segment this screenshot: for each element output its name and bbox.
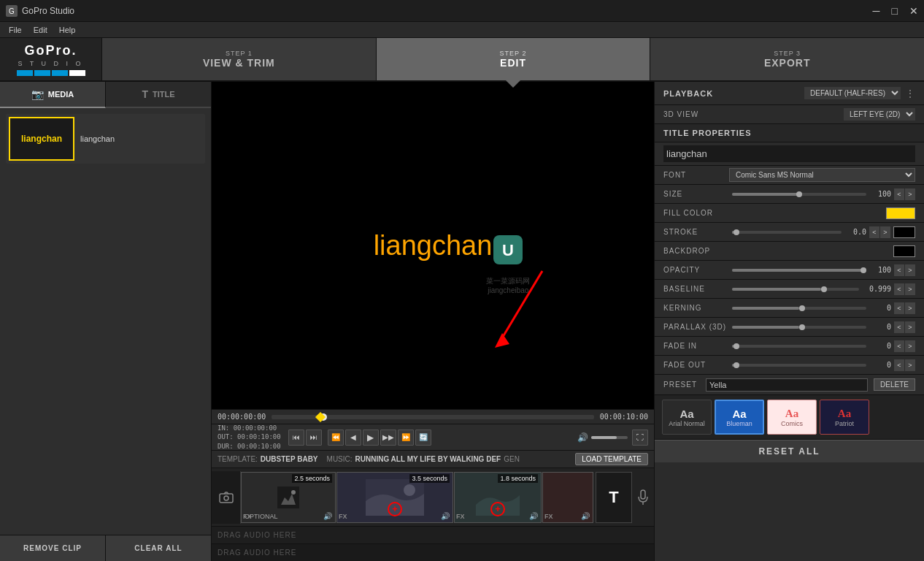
fade-out-slider[interactable] [732, 364, 866, 367]
preset-thumb-comics[interactable]: Aa Comics [767, 400, 817, 435]
opacity-slider[interactable] [732, 269, 866, 272]
step-1[interactable]: STEP 1 VIEW & TRIM [102, 38, 377, 80]
kerning-increase[interactable]: > [905, 302, 915, 314]
font-row: FONT Comic Sans MS Normal [655, 166, 924, 185]
app-title: GoPro Studio [22, 6, 873, 16]
skip-start-button[interactable]: ⏮ [288, 430, 304, 446]
stroke-slider[interactable] [732, 231, 842, 234]
step-3[interactable]: STEP 3 EXPORT [650, 38, 924, 80]
title-bar: G GoPro Studio ─ □ ✕ [0, 0, 924, 22]
menu-file[interactable]: File [3, 24, 28, 36]
menu-edit[interactable]: Edit [28, 24, 53, 36]
kerning-decrease[interactable]: < [894, 302, 904, 314]
parallax-increase[interactable]: > [905, 321, 915, 333]
reset-all-button[interactable]: RESET ALL [655, 440, 924, 462]
fade-out-increase[interactable]: > [905, 359, 915, 371]
view-3d-select[interactable]: LEFT EYE (2D) [844, 108, 915, 121]
preset-arial-label: Arial Normal [669, 420, 705, 427]
fade-out-decrease[interactable]: < [894, 359, 904, 371]
fast-forward-button[interactable]: ⏩ [398, 430, 414, 446]
backdrop-row: BACKDROP [655, 242, 924, 261]
svg-point-7 [224, 496, 228, 500]
title-clip[interactable]: T [596, 472, 632, 523]
fade-in-decrease[interactable]: < [894, 340, 904, 352]
baseline-increase[interactable]: > [905, 283, 915, 295]
title-clip-icon: T [609, 488, 618, 507]
clear-all-button[interactable]: CLEAR ALL [106, 535, 211, 561]
minimize-button[interactable]: ─ [873, 5, 880, 17]
view-3d-row: 3D VIEW LEFT EYE (2D) [655, 105, 924, 124]
time-end: 00:00:10:00 [600, 413, 648, 421]
maximize-button[interactable]: □ [892, 5, 898, 17]
stroke-color-swatch[interactable] [893, 226, 915, 238]
preset-label: PRESET [663, 381, 700, 389]
preset-thumb-blueman[interactable]: Aa Blueman [715, 400, 764, 435]
font-select[interactable]: Comic Sans MS Normal [729, 168, 915, 182]
remove-clip-button[interactable]: REMOVE CLIP [0, 535, 106, 561]
preset-thumb-patriot[interactable]: Aa Patriot [820, 400, 869, 435]
clip-3-duration: 1.8 seconds [498, 474, 538, 483]
mic-icon-area [632, 472, 654, 523]
preset-thumb-arial[interactable]: Aa Arial Normal [662, 400, 712, 435]
baseline-decrease[interactable]: < [894, 283, 904, 295]
left-panel: 📷 MEDIA T TITLE liangchan liangchan REMO… [0, 82, 212, 561]
logo-block-4 [69, 70, 85, 76]
rewind-button[interactable]: ⏪ [328, 430, 344, 446]
main-area: 📷 MEDIA T TITLE liangchan liangchan REMO… [0, 82, 924, 561]
size-slider[interactable] [732, 193, 866, 196]
fade-out-row: FADE OUT 0 < > [655, 356, 924, 375]
clip-3-audio-icon: 🔊 [529, 512, 538, 520]
parallax-slider[interactable] [732, 326, 866, 329]
parallax-decrease[interactable]: < [894, 321, 904, 333]
back-frame-button[interactable]: ◀ [345, 430, 361, 446]
view-3d-label: 3D VIEW [663, 110, 844, 118]
opacity-increase[interactable]: > [905, 264, 915, 276]
close-button[interactable]: ✕ [909, 5, 918, 17]
fade-out-value: 0 [869, 361, 891, 369]
logo-block-1 [17, 70, 33, 76]
step-2[interactable]: STEP 2 EDIT [377, 38, 651, 80]
fade-in-increase[interactable]: > [905, 340, 915, 352]
menu-help[interactable]: Help [53, 24, 82, 36]
prev-frame-button[interactable]: ⏭ [306, 430, 322, 446]
media-tab-label: MEDIA [48, 90, 74, 99]
load-template-button[interactable]: LOAD TEMPLATE [575, 453, 648, 465]
next-frame-button[interactable]: ▶▶ [380, 430, 396, 446]
kerning-slider[interactable] [732, 307, 866, 310]
clip-3[interactable]: 1.8 seconds FX + 🔊 [454, 472, 542, 523]
stroke-decrease[interactable]: < [869, 226, 879, 238]
size-decrease[interactable]: < [894, 188, 904, 200]
opacity-decrease[interactable]: < [894, 264, 904, 276]
fill-color-swatch[interactable] [886, 207, 915, 219]
preset-input[interactable] [706, 378, 868, 392]
stroke-increase[interactable]: > [880, 226, 890, 238]
template-name: DUBSTEP BABY [261, 455, 318, 463]
preset-patriot-label: Patriot [835, 420, 854, 427]
title-input[interactable] [663, 145, 915, 162]
loop-button[interactable]: 🔄 [415, 430, 431, 446]
progress-track[interactable] [272, 415, 594, 419]
opacity-value: 100 [869, 266, 891, 274]
size-row: SIZE 100 < > [655, 185, 924, 204]
clip-1[interactable]: 2.5 seconds OPTIONAL FX 🔊 [241, 472, 336, 523]
backdrop-color-swatch[interactable] [893, 245, 915, 257]
clip-2[interactable]: 3.5 seconds FX + 🔊 [336, 472, 453, 523]
delete-preset-button[interactable]: DELETE [874, 378, 915, 391]
play-button[interactable]: ▶ [363, 430, 379, 446]
app-icon: G [6, 5, 18, 17]
playback-menu-icon[interactable]: ⋮ [905, 88, 915, 99]
tab-title[interactable]: T TITLE [106, 82, 211, 108]
backdrop-label: BACKDROP [663, 247, 729, 255]
tab-media[interactable]: 📷 MEDIA [0, 82, 106, 108]
baseline-slider[interactable] [732, 288, 859, 291]
volume-slider[interactable] [591, 436, 628, 439]
playback-select[interactable]: DEFAULT (HALF-RES) [804, 87, 901, 99]
fade-in-slider[interactable] [732, 345, 866, 348]
fullscreen-button[interactable]: ⛶ [632, 430, 648, 446]
media-item[interactable]: liangchan liangchan [6, 114, 205, 164]
clip-2-audio-icon: 🔊 [441, 512, 450, 520]
stroke-label: STROKE [663, 228, 729, 236]
size-increase[interactable]: > [905, 188, 915, 200]
clip-4[interactable]: FX 🔊 [542, 472, 593, 523]
playback-label: PLAYBACK [663, 89, 804, 98]
